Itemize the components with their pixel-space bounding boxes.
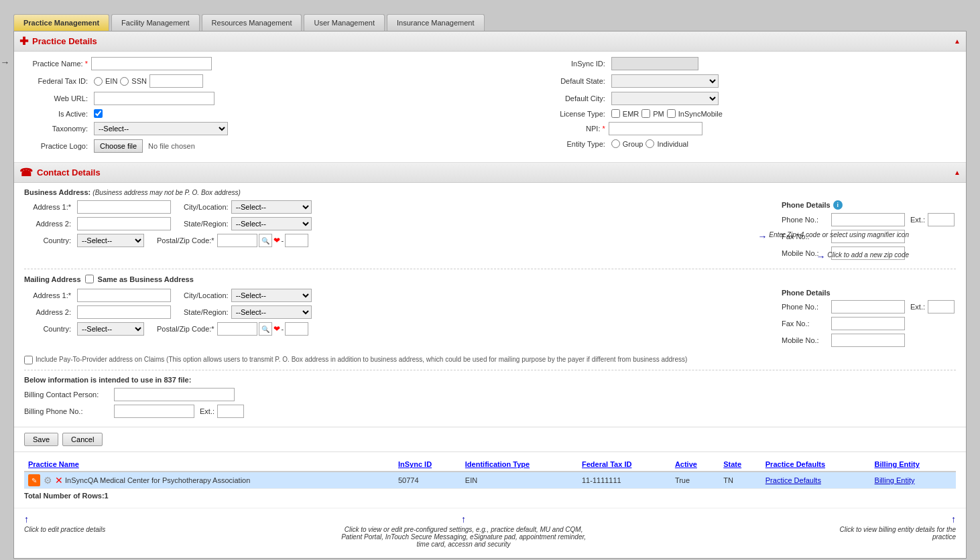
mail-phone-input[interactable] (831, 300, 905, 313)
billing-ext-input[interactable] (217, 405, 244, 418)
mail-mobile-input[interactable] (831, 334, 905, 347)
row-active: True (671, 472, 719, 489)
annotation-billing-entity: Click to view billing entity details for… (822, 526, 956, 541)
default-state-select[interactable] (611, 74, 719, 88)
emr-label: EMR (623, 110, 639, 118)
mail-city-select[interactable]: --Select-- (231, 289, 312, 302)
insynmobile-checkbox[interactable] (667, 109, 676, 118)
emr-checkbox[interactable] (611, 109, 620, 118)
col-active[interactable]: Active (671, 458, 719, 472)
choose-file-button[interactable]: Choose file (94, 139, 143, 153)
biz-postal-input[interactable] (217, 234, 257, 247)
biz-postal-ext-input[interactable] (285, 234, 308, 247)
mail-postal-group: 🔍 ❤ - (217, 322, 309, 336)
ein-label: EIN (105, 77, 117, 85)
annotation-edit-practice: Click to edit practice details (24, 526, 105, 533)
default-state-label: Default State: (542, 77, 609, 85)
biz-phone-input[interactable] (831, 213, 905, 226)
practice-name-input[interactable] (91, 57, 212, 70)
ein-radio[interactable] (94, 77, 103, 86)
insync-id-input (611, 57, 698, 70)
billing-contact-input[interactable] (114, 388, 235, 401)
insynmobile-label: InSyncMobile (678, 110, 723, 118)
collapse-contact-btn[interactable]: ▲ (954, 169, 961, 176)
cancel-button[interactable]: Cancel (62, 433, 103, 446)
billing-entity-link[interactable]: Billing Entity (875, 476, 915, 484)
biz-postal-heart-btn[interactable]: ❤ (273, 236, 280, 245)
mail-postal-input[interactable] (217, 322, 257, 336)
mail-fax-input[interactable] (831, 317, 905, 330)
biz-phone-title: Phone Details (782, 201, 831, 209)
mail-postal-heart-btn[interactable]: ❤ (273, 324, 280, 334)
insync-id-label: InSync ID: (542, 60, 609, 68)
group-radio[interactable] (611, 139, 620, 148)
delete-icon[interactable]: ✕ (55, 475, 63, 486)
include-pay-checkbox[interactable] (24, 356, 33, 364)
practice-name-label: Practice Name: * (24, 60, 91, 68)
individual-radio[interactable] (646, 139, 654, 148)
biz-postal-search-btn[interactable]: 🔍 (259, 234, 272, 247)
col-practice-name[interactable]: Practice Name (24, 458, 394, 472)
billing-phone-label: Billing Phone No.: (24, 407, 111, 415)
col-billing-entity[interactable]: Billing Entity (871, 458, 956, 472)
mail-country-select[interactable]: --Select-- (77, 322, 144, 336)
tab-facility-management[interactable]: Facility Management (111, 14, 200, 31)
col-practice-defaults[interactable]: Practice Defaults (761, 458, 871, 472)
npi-input[interactable] (609, 122, 702, 135)
biz-addr2-input[interactable] (77, 217, 171, 230)
phone-info-icon[interactable]: i (833, 200, 843, 210)
federal-tax-input[interactable] (149, 74, 203, 88)
mail-state-select[interactable]: --Select-- (231, 305, 312, 319)
row-action-icons: ✎ ⚙ ✕ (28, 474, 63, 486)
col-federal-tax[interactable]: Federal Tax ID (578, 458, 671, 472)
mail-addr2-input[interactable] (77, 305, 171, 319)
billing-phone-input[interactable] (114, 405, 194, 418)
pm-checkbox[interactable] (641, 109, 650, 118)
dot-icon[interactable]: ⚙ (42, 474, 54, 486)
default-city-select[interactable] (611, 92, 719, 105)
annotation-new-zip: Click to add a new zip code (827, 251, 909, 260)
medical-cross-icon: ✚ (19, 35, 28, 48)
mail-postal-search-btn[interactable]: 🔍 (259, 322, 272, 336)
biz-addr2-label: Address 2: (24, 220, 74, 228)
default-city-label: Default City: (542, 94, 609, 102)
biz-country-select[interactable]: --Select-- (77, 234, 144, 247)
col-insync-id[interactable]: InSync ID (394, 458, 461, 472)
ssn-label: SSN (131, 77, 147, 85)
tab-insurance-management[interactable]: Insurance Management (387, 14, 485, 31)
mail-postal-ext-input[interactable] (285, 322, 308, 336)
taxonomy-select[interactable]: --Select-- (94, 122, 228, 135)
individual-label: Individual (657, 140, 688, 148)
col-state[interactable]: State (719, 458, 761, 472)
tab-practice-management[interactable]: Practice Management (13, 14, 109, 31)
same-as-label: Same as Business Address (98, 275, 194, 283)
biz-city-select[interactable]: --Select-- (231, 200, 312, 214)
tab-resources-management[interactable]: Resources Management (202, 14, 302, 31)
collapse-practice-btn[interactable]: ▲ (954, 38, 961, 45)
biz-city-label: City/Location: (184, 203, 229, 211)
web-url-label: Web URL: (24, 94, 91, 102)
biz-state-select[interactable]: --Select-- (231, 217, 312, 230)
mail-addr1-input[interactable] (77, 289, 171, 302)
save-button[interactable]: Save (24, 433, 58, 446)
billing-title: Below information is intended to use in … (24, 376, 956, 384)
tab-user-management[interactable]: User Management (304, 14, 385, 31)
row-practice-name: InSyncQA Medical Center for Psychotherap… (65, 476, 250, 484)
same-as-business-checkbox[interactable] (85, 275, 94, 283)
ssn-radio[interactable] (120, 77, 129, 86)
biz-ext-input[interactable] (928, 213, 955, 226)
biz-country-label: Country: (24, 236, 74, 244)
practice-defaults-link[interactable]: Practice Defaults (765, 476, 821, 484)
business-address-subtitle: (Business address may not be P. O. Box a… (93, 189, 240, 196)
edit-icon[interactable]: ✎ (28, 474, 40, 486)
phone-icon: ☎ (19, 166, 33, 179)
biz-addr1-input[interactable] (77, 200, 171, 214)
practice-table: Practice Name InSync ID Identification T… (24, 458, 956, 489)
is-active-checkbox[interactable] (94, 109, 103, 118)
web-url-input[interactable] (94, 92, 215, 105)
mail-ext-input[interactable] (928, 300, 955, 313)
col-id-type[interactable]: Identification Type (461, 458, 578, 472)
federal-tax-label: Federal Tax ID: (24, 77, 91, 85)
business-address-title: Business Address: (Business address may … (24, 188, 956, 196)
table-row[interactable]: ✎ ⚙ ✕ InSyncQA Medical Center for Psycho… (24, 472, 956, 489)
